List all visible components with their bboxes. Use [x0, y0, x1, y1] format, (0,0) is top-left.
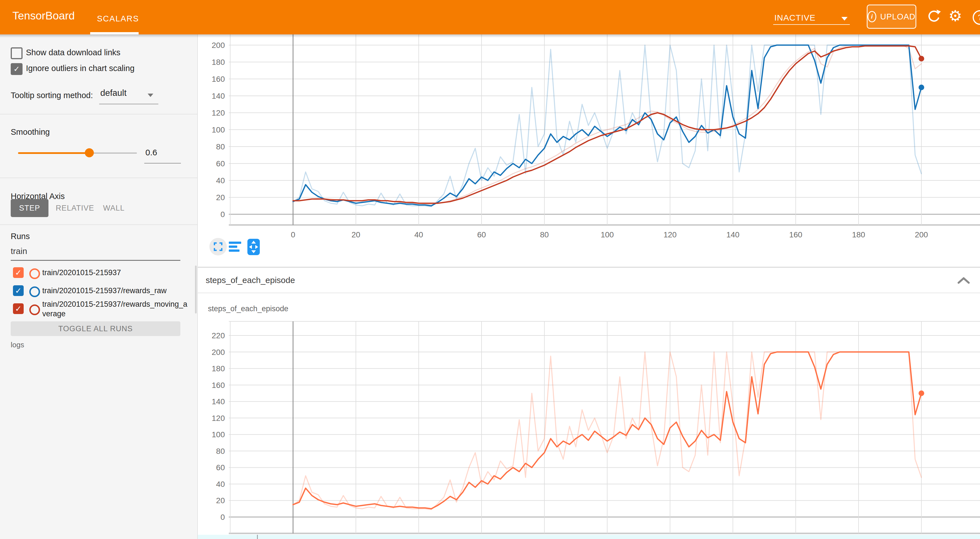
tensorboard-app: 0204060801001201401601802000204060801001…: [0, 0, 980, 539]
info-icon: i: [867, 11, 876, 22]
bottom-strip-tick: [257, 535, 258, 539]
run-checkbox[interactable]: ✓: [13, 303, 24, 314]
run-color-radio[interactable]: [29, 286, 40, 297]
steps-of-each-episode-chart[interactable]: 020406080100120140160180200220: [197, 294, 980, 536]
upload-button[interactable]: i UPLOAD: [867, 5, 916, 29]
y-tick-label: 100: [212, 430, 225, 439]
axis-option-relative[interactable]: RELATIVE: [55, 199, 95, 217]
toggle-all-runs-button[interactable]: TOGGLE ALL RUNS: [11, 321, 180, 336]
chevron-up-icon: [958, 277, 970, 284]
chart-action-bars-button[interactable]: [229, 241, 242, 254]
refresh-button[interactable]: [926, 9, 941, 24]
x-tick-label: 0: [291, 230, 295, 239]
run-row[interactable]: ✓ train/20201015-215937/rewards_raw: [0, 285, 194, 300]
scalars-chart-top[interactable]: 0204060801001201401601802000204060801001…: [197, 30, 980, 268]
y-tick-label: 120: [212, 108, 225, 117]
x-tick-label: 200: [915, 230, 928, 239]
y-tick-label: 40: [216, 176, 225, 185]
dropdown-underline: [99, 104, 158, 104]
chart-action-expand-button[interactable]: [209, 238, 227, 255]
endpoint-dot: [919, 56, 924, 61]
x-tick-label: 20: [352, 230, 360, 239]
y-tick-label: 160: [212, 75, 225, 83]
settings-sidebar: Show data download links ✓ Ignore outlie…: [0, 34, 198, 539]
bottom-highlight-strip: [197, 535, 980, 539]
y-tick-label: 200: [212, 348, 225, 357]
run-filter-input[interactable]: train: [11, 246, 27, 256]
run-label: train/20201015-215937/rewards_moving_ave…: [42, 300, 188, 319]
checkbox-label: Ignore outliers in chart scaling: [26, 62, 134, 74]
tooltip-sorting-dropdown[interactable]: default: [100, 88, 127, 98]
fullscreen-icon: [209, 238, 227, 255]
section-title: steps_of_each_episode: [206, 268, 295, 293]
x-tick-label: 120: [663, 230, 677, 239]
y-tick-label: 140: [212, 397, 225, 406]
sidebar-scrollbar[interactable]: [195, 266, 197, 314]
endpoint-dot: [919, 391, 924, 396]
y-tick-label: 80: [216, 447, 225, 456]
smoothing-slider-thumb[interactable]: [85, 148, 94, 157]
run-label: train/20201015-215937/rewards_raw: [42, 286, 188, 295]
run-color-radio[interactable]: [29, 305, 40, 315]
checkbox-label: Show data download links: [26, 47, 120, 58]
y-tick-label: 220: [212, 331, 225, 340]
y-tick-label: 180: [212, 364, 225, 373]
x-tick-label: 180: [852, 230, 865, 239]
refresh-icon: [937, 10, 941, 14]
section-header-border: [197, 293, 980, 293]
x-tick-label: 100: [601, 230, 614, 239]
y-tick-label: 80: [216, 142, 225, 151]
chevron-down-icon: [148, 94, 153, 97]
app-title: TensorBoard: [13, 10, 75, 22]
axis-option-wall[interactable]: WALL: [100, 199, 127, 217]
chart-action-fit-button[interactable]: [247, 238, 260, 257]
y-tick-label: 140: [212, 92, 225, 100]
run-label: train/20201015-215937: [42, 268, 188, 277]
collapse-section-button[interactable]: [958, 277, 970, 285]
chart-card-title: steps_of_each_episode: [208, 305, 288, 313]
y-tick-label: 60: [216, 463, 225, 472]
status-dropdown[interactable]: INACTIVE: [774, 13, 815, 22]
x-tick-label: 140: [726, 230, 740, 239]
y-tick-label: 40: [216, 480, 225, 488]
axis-option-step[interactable]: STEP: [11, 199, 48, 217]
y-tick-label: 180: [212, 58, 225, 67]
run-checkbox[interactable]: ✓: [13, 285, 24, 296]
run-filter-underline: [11, 260, 180, 261]
divider: [0, 225, 197, 225]
run-row[interactable]: ✓ train/20201015-215937: [0, 267, 194, 282]
endpoint-dot: [919, 85, 924, 90]
logs-note: logs: [11, 341, 24, 349]
y-tick-label: 200: [212, 41, 225, 49]
smoothing-slider-fill: [18, 152, 89, 154]
header-shadow: [0, 34, 980, 38]
x-tick-label: 40: [414, 230, 423, 239]
status-underline: [773, 24, 850, 25]
help-icon[interactable]: ?: [973, 10, 980, 25]
y-tick-label: 120: [212, 414, 225, 423]
tab-scalars[interactable]: SCALARS: [97, 14, 139, 23]
divider: [0, 114, 197, 115]
x-tick-label: 80: [540, 230, 549, 239]
divider: [0, 178, 197, 178]
ignore-outliers-checkbox[interactable]: ✓: [11, 63, 22, 75]
section-header[interactable]: steps_of_each_episode: [197, 268, 980, 293]
run-checkbox[interactable]: ✓: [13, 267, 24, 278]
show-download-links-checkbox[interactable]: [11, 47, 22, 59]
dropdown-caret-icon: [842, 17, 848, 21]
smoothing-value-underline: [144, 163, 181, 164]
y-tick-label: 20: [216, 193, 225, 202]
y-tick-label: 0: [220, 513, 225, 521]
x-tick-label: 160: [789, 230, 802, 239]
upload-button-label: UPLOAD: [880, 12, 915, 21]
run-color-radio[interactable]: [29, 268, 40, 279]
y-tick-label: 160: [212, 381, 225, 389]
app-header: TensorBoard SCALARS INACTIVE i UPLOAD ⚙ …: [0, 0, 980, 34]
bars-icon: [229, 241, 242, 253]
settings-gear-icon[interactable]: ⚙: [948, 7, 962, 24]
x-tick-label: 60: [477, 230, 486, 239]
y-tick-label: 20: [216, 496, 225, 505]
tab-underline: [90, 32, 138, 34]
smoothing-value-input[interactable]: 0.6: [145, 148, 157, 157]
y-tick-label: 60: [216, 159, 225, 168]
